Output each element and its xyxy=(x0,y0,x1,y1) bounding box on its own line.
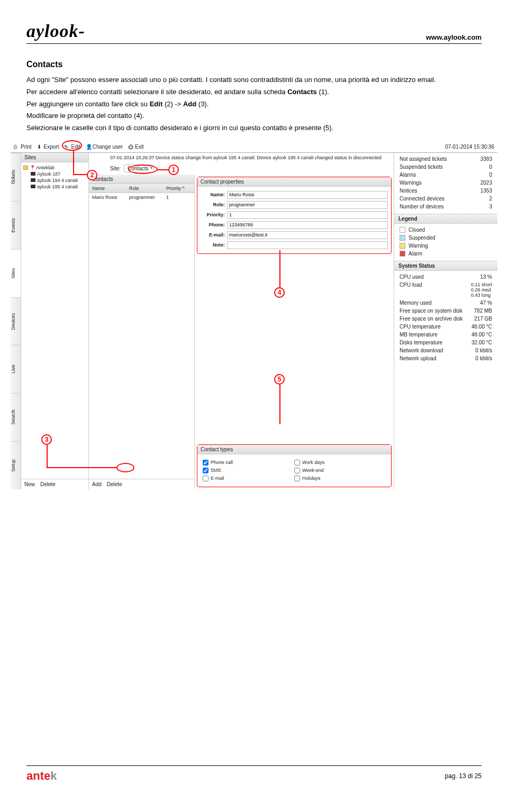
name-field[interactable] xyxy=(227,191,388,199)
stat-value: 0 kbit/s xyxy=(475,355,492,361)
col-priority[interactable]: Priority ^ xyxy=(163,184,194,193)
contacts-panel-title: Contacts xyxy=(89,175,194,184)
sites-new-button[interactable]: New xyxy=(24,481,35,487)
stat-value: 48.00 °C xyxy=(471,332,492,337)
label-email: E-mail: xyxy=(201,232,225,238)
brand-logo: aylook- xyxy=(26,21,85,41)
tree-item[interactable]: aylook 195 4 canali xyxy=(23,184,86,190)
legend-label: Suspended xyxy=(409,235,436,241)
vertical-tabs: Tickets Events Sites Devices Live Search… xyxy=(11,153,21,489)
annotation-line-3a xyxy=(47,445,48,468)
tab-setup[interactable]: Setup xyxy=(11,441,21,489)
stat-label: Alarms xyxy=(400,172,416,178)
annotation-oval-edit xyxy=(62,140,82,151)
tab-events[interactable]: Events xyxy=(11,201,21,249)
stat-value: 2023 xyxy=(480,180,492,186)
weekend-checkbox[interactable]: Week-end xyxy=(294,468,386,473)
annotation-line-2b xyxy=(73,174,88,175)
tab-sites[interactable]: Sites xyxy=(11,249,21,297)
paragraph-5: Selezionare le caselle con il tipo di co… xyxy=(26,123,482,134)
device-icon xyxy=(31,178,35,182)
tab-devices[interactable]: Devices xyxy=(11,297,21,345)
print-button[interactable]: ⎙Print xyxy=(14,144,32,150)
contact-types-title: Contact types xyxy=(197,445,391,454)
device-icon xyxy=(31,172,35,176)
tab-tickets[interactable]: Tickets xyxy=(11,153,21,201)
tree-item[interactable]: aylook 194 4 canali xyxy=(23,177,86,184)
sites-delete-button[interactable]: Delete xyxy=(40,481,56,487)
stat-label: Memory used xyxy=(400,300,432,306)
label-phone: Phone: xyxy=(201,222,225,227)
sms-checkbox[interactable]: SMS xyxy=(203,468,294,473)
phone-call-checkbox[interactable]: Phone call xyxy=(203,460,294,466)
tab-live[interactable]: Live xyxy=(11,345,21,393)
legend-label: Closed xyxy=(409,227,425,233)
stat-label: Connected devices xyxy=(400,196,444,202)
app-toolbar: ⎙Print ⬇Export ✎Edit 👤Change user ⏻Exit … xyxy=(11,141,497,153)
table-row[interactable]: Mario Rossi programmer 1 xyxy=(89,193,194,202)
pin-icon: 📍 xyxy=(30,165,34,170)
tab-search[interactable]: Search xyxy=(11,393,21,441)
paragraph-3: Per aggiungere un contatto fare click su… xyxy=(26,99,482,110)
stat-label: Notices xyxy=(400,188,417,194)
app-screenshot: 2 1 4 5 3 ⎙Print ⬇Export ✎Edit 👤Change u… xyxy=(11,141,497,490)
role-field[interactable] xyxy=(227,201,388,209)
phone-field[interactable] xyxy=(227,221,388,229)
legend-swatch-closed xyxy=(400,227,405,233)
priority-field[interactable] xyxy=(227,211,388,219)
site-tab-label: Site: xyxy=(110,166,121,171)
annotation-line-4 xyxy=(279,250,280,287)
stat-value: 0.11 short 0.26 med 0.43 long xyxy=(471,282,492,298)
print-icon: ⎙ xyxy=(14,144,19,149)
add-button[interactable]: Add xyxy=(92,481,102,487)
export-icon: ⬇ xyxy=(37,144,42,149)
col-role[interactable]: Role xyxy=(126,184,163,193)
device-icon xyxy=(31,185,35,188)
stat-label: Number of devices xyxy=(400,204,443,209)
annotation-line-2 xyxy=(73,151,74,174)
annotation-5: 5 xyxy=(274,374,285,385)
stat-label: CPU load xyxy=(400,282,422,298)
stat-label: MB temperature xyxy=(400,332,438,337)
stat-label: Suspended tickets xyxy=(400,164,443,170)
stat-label: Free space on system disk xyxy=(400,308,462,314)
email-checkbox[interactable]: E-mail xyxy=(203,476,294,481)
export-button[interactable]: ⬇Export xyxy=(37,144,59,150)
stat-value: 13 % xyxy=(480,274,492,280)
sites-tree: 📍Anteklab Aylook 187 aylook 194 4 canali… xyxy=(21,162,88,479)
footer-brand: antek xyxy=(26,769,57,783)
stat-value: 0 kbit/s xyxy=(475,348,492,353)
annotation-2: 2 xyxy=(87,170,97,180)
label-name: Name: xyxy=(201,192,225,197)
contact-properties-title: Contact properties xyxy=(197,177,391,187)
sites-panel-title: Sites xyxy=(21,153,88,162)
change-user-button[interactable]: 👤Change user xyxy=(86,144,123,150)
user-icon: 👤 xyxy=(86,144,91,149)
contacts-table-header: Name Role Priority ^ xyxy=(89,184,194,193)
email-field[interactable] xyxy=(227,231,388,239)
legend-swatch-suspended xyxy=(400,235,405,241)
section-title: Contacts xyxy=(26,60,482,69)
holidays-checkbox[interactable]: Holidays xyxy=(294,476,386,481)
stat-label: CPU used xyxy=(400,274,424,280)
exit-button[interactable]: ⏻Exit xyxy=(128,144,144,150)
legend-swatch-alarm xyxy=(400,251,405,257)
page-number: pag. 13 di 25 xyxy=(445,772,482,780)
annotation-line-5 xyxy=(279,385,280,424)
annotation-3: 3 xyxy=(41,434,52,445)
stat-value: 217 GB xyxy=(474,316,492,322)
note-field[interactable] xyxy=(227,241,388,249)
device-status-line: 07-01-2014 15:26:37 Device status change… xyxy=(89,153,394,165)
legend-label: Alarm xyxy=(409,251,422,257)
paragraph-4: Modificare le proprietà del contatto (4)… xyxy=(26,111,482,122)
stat-value: 0 xyxy=(489,164,492,170)
legend-label: Warning xyxy=(409,243,428,249)
label-note: Note: xyxy=(201,242,225,248)
delete-button[interactable]: Delete xyxy=(107,481,122,487)
tree-root[interactable]: 📍Anteklab xyxy=(23,165,86,171)
stat-value: 1353 xyxy=(480,188,492,194)
col-name[interactable]: Name xyxy=(89,184,126,193)
toolbar-datetime: 07-01-2014 15:30:36 xyxy=(445,144,494,150)
workdays-checkbox[interactable]: Work days xyxy=(294,460,386,466)
stat-value: 2 xyxy=(489,196,492,202)
